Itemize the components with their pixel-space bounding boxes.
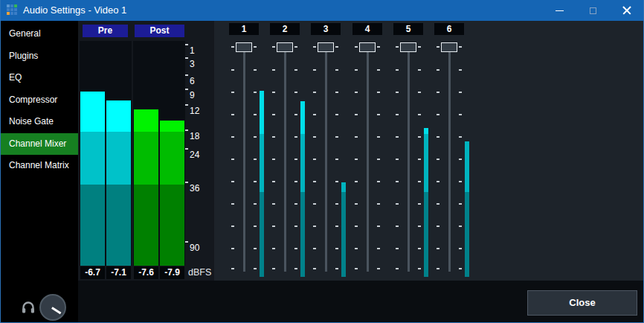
slider-tick-mark bbox=[231, 46, 234, 48]
sidebar: GeneralPluginsEQCompressorNoise GateChan… bbox=[1, 21, 78, 323]
channel-4-volume-slider-handle[interactable] bbox=[359, 42, 376, 52]
channel-6-label: 6 bbox=[434, 23, 464, 35]
slider-tick-mark bbox=[396, 46, 399, 48]
slider-tick-mark bbox=[231, 248, 234, 249]
slider-tick-mark bbox=[459, 46, 462, 48]
minimize-button[interactable] bbox=[543, 0, 576, 21]
post-left-level-value: -7.6 bbox=[134, 266, 158, 279]
slider-tick-mark bbox=[272, 268, 275, 269]
channel-1-meter-segment bbox=[260, 192, 264, 277]
close-button[interactable]: Close bbox=[527, 290, 637, 316]
slider-tick-mark bbox=[294, 114, 297, 115]
slider-tick-mark bbox=[313, 46, 316, 48]
slider-tick-mark bbox=[254, 268, 257, 269]
scale-label-6: 6 bbox=[190, 76, 195, 86]
slider-tick-mark bbox=[254, 203, 257, 205]
slider-tick-mark bbox=[355, 203, 358, 205]
slider-tick-mark bbox=[459, 181, 462, 182]
sidebar-item-eq[interactable]: EQ bbox=[1, 67, 78, 89]
slider-tick-mark bbox=[294, 181, 297, 182]
slider-tick-mark bbox=[313, 181, 316, 182]
pre-meter-header[interactable]: Pre bbox=[83, 25, 128, 37]
slider-tick-mark bbox=[231, 203, 234, 205]
slider-tick-mark bbox=[437, 46, 439, 48]
channel-5-volume-slider-handle[interactable] bbox=[400, 42, 416, 52]
slider-tick-mark bbox=[294, 203, 297, 205]
post-meter-left-segment bbox=[134, 132, 158, 185]
channel-1-slider-track[interactable] bbox=[243, 46, 245, 272]
slider-tick-mark bbox=[254, 114, 257, 115]
audio-settings-window: Audio Settings - Video 1 GeneralPluginsE… bbox=[0, 0, 644, 323]
sidebar-item-compressor[interactable]: Compressor bbox=[1, 89, 78, 111]
scale-tick-mark bbox=[185, 57, 188, 59]
sidebar-item-channel-mixer[interactable]: Channel Mixer bbox=[1, 133, 78, 155]
slider-tick-mark bbox=[459, 248, 462, 249]
slider-tick-mark bbox=[377, 248, 380, 249]
close-window-button[interactable] bbox=[610, 0, 643, 21]
minimize-icon bbox=[556, 10, 564, 11]
slider-tick-mark bbox=[418, 92, 421, 93]
slider-tick-mark bbox=[335, 69, 338, 71]
pre-meter-left-segment bbox=[80, 92, 105, 132]
slider-tick-mark bbox=[437, 226, 439, 227]
channel-1-volume-slider-handle[interactable] bbox=[236, 42, 252, 52]
channel-6-volume-slider-handle[interactable] bbox=[441, 42, 457, 52]
channel-3-volume-slider-handle[interactable] bbox=[318, 42, 334, 52]
maximize-icon bbox=[590, 7, 596, 14]
slider-tick-mark bbox=[313, 92, 316, 93]
sidebar-item-general[interactable]: General bbox=[1, 23, 78, 45]
slider-tick-mark bbox=[272, 69, 275, 71]
sidebar-item-noise-gate[interactable]: Noise Gate bbox=[1, 111, 78, 132]
post-meter-header[interactable]: Post bbox=[135, 25, 184, 37]
slider-tick-mark bbox=[272, 226, 275, 227]
channel-2-meter-segment bbox=[300, 134, 305, 192]
scale-tick-mark bbox=[185, 104, 188, 106]
headphone-icon bbox=[21, 299, 36, 317]
channel-6-slider-track[interactable] bbox=[448, 46, 451, 272]
scale-label-3: 3 bbox=[190, 59, 195, 69]
slider-tick-mark bbox=[459, 69, 462, 71]
channel-6-meter-segment bbox=[465, 192, 469, 277]
slider-tick-mark bbox=[418, 203, 421, 205]
slider-tick-mark bbox=[355, 46, 358, 48]
window-title: Audio Settings - Video 1 bbox=[23, 0, 126, 21]
slider-tick-mark bbox=[335, 268, 338, 269]
slider-tick-mark bbox=[254, 69, 257, 71]
close-icon bbox=[622, 6, 631, 15]
scale-label-12: 12 bbox=[190, 106, 199, 116]
slider-tick-mark bbox=[254, 248, 257, 249]
pre-meter-left-segment bbox=[80, 132, 105, 185]
slider-tick-mark bbox=[459, 136, 462, 138]
channel-3-slider-track[interactable] bbox=[325, 46, 327, 272]
slider-tick-mark bbox=[313, 114, 316, 115]
slider-tick-mark bbox=[459, 114, 462, 115]
slider-tick-mark bbox=[335, 114, 338, 115]
slider-tick-mark bbox=[396, 92, 399, 93]
slider-tick-mark bbox=[396, 226, 399, 227]
slider-tick-mark bbox=[355, 114, 358, 115]
slider-tick-mark bbox=[231, 114, 234, 115]
slider-tick-mark bbox=[294, 69, 297, 71]
slider-tick-mark bbox=[335, 226, 338, 227]
slider-tick-mark bbox=[335, 181, 338, 182]
slider-tick-mark bbox=[313, 248, 316, 249]
slider-tick-mark bbox=[231, 159, 234, 160]
slider-tick-mark bbox=[396, 268, 399, 269]
sidebar-item-plugins[interactable]: Plugins bbox=[1, 45, 78, 67]
channel-4-slider-track[interactable] bbox=[367, 46, 369, 272]
channel-5-slider-track[interactable] bbox=[408, 46, 410, 272]
slider-tick-mark bbox=[231, 92, 234, 93]
slider-tick-mark bbox=[437, 159, 439, 160]
channel-2-slider-track[interactable] bbox=[284, 46, 286, 272]
sidebar-item-channel-matrix[interactable]: Channel Matrix bbox=[1, 155, 78, 176]
slider-tick-mark bbox=[313, 136, 316, 138]
post-meter-right-segment bbox=[160, 132, 184, 185]
post-meter-right-segment bbox=[160, 121, 184, 132]
maximize-button[interactable] bbox=[576, 0, 610, 21]
slider-tick-mark bbox=[231, 226, 234, 227]
channel-2-meter-segment bbox=[300, 101, 305, 134]
slider-tick-mark bbox=[231, 181, 234, 182]
channel-2-volume-slider-handle[interactable] bbox=[277, 42, 293, 52]
slider-tick-mark bbox=[294, 159, 297, 160]
slider-tick-mark bbox=[272, 114, 275, 115]
